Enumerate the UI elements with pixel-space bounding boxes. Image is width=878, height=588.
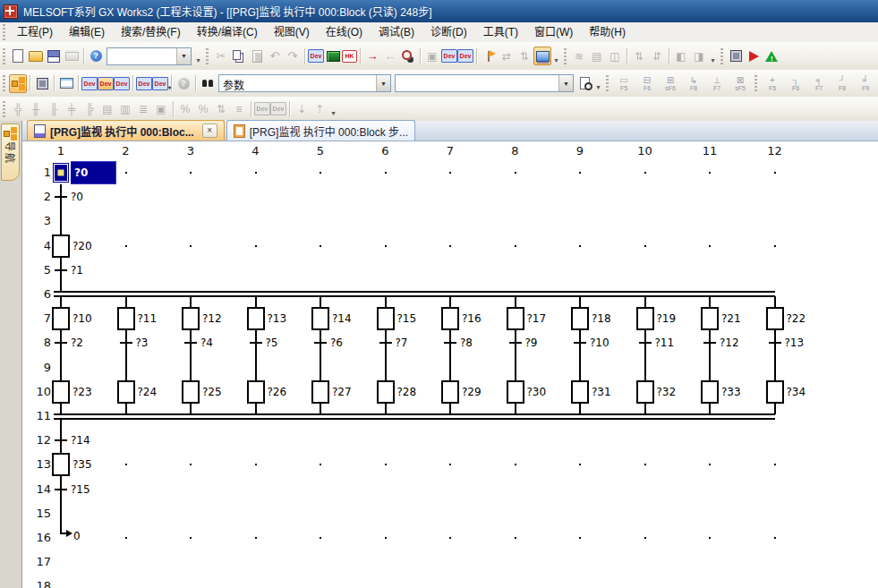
verify-with-plc-button[interactable] [399, 47, 417, 65]
step[interactable] [182, 307, 200, 330]
sfc-step-f5-button[interactable]: ▭F5 [612, 72, 635, 94]
toolbar-overflow-button[interactable]: ▾ [193, 47, 203, 66]
step[interactable] [441, 307, 459, 330]
menu-item-b[interactable]: 调试(B) [371, 22, 422, 42]
transition[interactable] [379, 342, 392, 344]
transition[interactable] [703, 342, 716, 344]
sfc-misc-1-button[interactable]: ⇣ [293, 99, 311, 118]
toolbar-grip[interactable] [3, 75, 5, 91]
step[interactable] [247, 307, 265, 330]
transition[interactable] [250, 342, 262, 344]
sfc-dummy-sf6-button[interactable]: ⊞sF6 [659, 72, 682, 94]
read-from-plc-button[interactable]: ← [381, 47, 399, 65]
find-button[interactable] [199, 74, 217, 93]
toolbar-grip[interactable] [564, 48, 567, 64]
output-window-button[interactable] [57, 74, 75, 93]
active-document-tab[interactable]: [PRG]监视 执行中 000:Bloc...× [27, 120, 225, 141]
step[interactable] [766, 307, 784, 330]
save-project-button[interactable] [45, 47, 63, 65]
module-configuration-button[interactable] [33, 74, 51, 93]
cut-button[interactable]: ✂ [212, 47, 230, 65]
block-left-button[interactable]: ◧ [672, 47, 690, 65]
document-search-button[interactable] [575, 74, 593, 93]
device-comment-button[interactable]: Dev [308, 49, 324, 63]
sfc-edit-2-button[interactable]: ╫ [27, 99, 45, 118]
write-to-plc-button[interactable]: → [363, 47, 381, 65]
step[interactable] [507, 307, 524, 330]
sfc-par-converge-f8-button[interactable]: ┘F8 [831, 72, 854, 94]
close-tab-button[interactable]: × [202, 124, 217, 138]
sfc-par-branch-f7-button[interactable]: ╕F7 [807, 72, 831, 94]
ladder-edit-c-button[interactable]: ◫ [606, 47, 624, 65]
toolbar-overflow-button[interactable]: ▾ [328, 99, 338, 119]
step[interactable] [636, 380, 654, 404]
step[interactable] [377, 307, 395, 330]
sfc-edit-3-button[interactable]: ╟ [45, 99, 63, 118]
step[interactable] [182, 380, 200, 404]
transition[interactable] [120, 342, 132, 344]
copy-button[interactable] [230, 47, 248, 65]
navigation-window-button[interactable] [9, 74, 27, 93]
paste-button[interactable] [248, 47, 266, 65]
toolbar-grip[interactable] [754, 75, 757, 91]
toolbar-overflow-button[interactable]: ▾ [551, 47, 561, 66]
sfc-sel-branch-f5-button[interactable]: +F5 [761, 72, 784, 94]
window-selector-combo[interactable]: ▼ [107, 47, 192, 65]
menu-item-o[interactable]: 在线(O) [318, 22, 371, 42]
sort-up-button[interactable]: ⇅ [630, 47, 648, 65]
device-batch-monitor-button[interactable]: HK [342, 50, 357, 63]
menu-item-e[interactable]: 编辑(E) [61, 22, 113, 42]
sfc-misc-2-button[interactable]: ⇡ [311, 99, 328, 118]
open-project-button[interactable] [27, 47, 45, 65]
sfc-line-f9-button[interactable]: ╛F9 [854, 72, 877, 94]
device-write-button[interactable]: Dev [441, 49, 457, 63]
sfc-dev-1-button[interactable]: Dev [254, 102, 270, 115]
sfc-dev-2-button[interactable]: Dev [270, 102, 286, 115]
monitor-mode-button[interactable] [533, 47, 551, 65]
sfc-edit-8-button[interactable]: ≣ [134, 99, 152, 118]
ladder-edit-b-button[interactable]: ▤ [588, 47, 606, 65]
step[interactable] [507, 380, 524, 404]
initial-step[interactable] [51, 161, 71, 184]
device-memory-button[interactable]: Dev [98, 77, 114, 90]
sfc-convert-2-button[interactable]: % [194, 99, 212, 118]
transition[interactable] [314, 342, 327, 344]
step[interactable] [377, 380, 395, 404]
navigation-panel-tab[interactable]: 导航 [1, 124, 20, 181]
menu-item-c[interactable]: 转换/编译(C) [189, 22, 266, 42]
device-test-button[interactable] [324, 47, 342, 65]
step[interactable] [701, 380, 719, 404]
menu-item-h[interactable]: 帮助(H) [581, 22, 634, 42]
set-flag-button[interactable] [480, 47, 498, 65]
device-reference-button[interactable]: Dev [114, 77, 130, 90]
sfc-edit-1-button[interactable]: ╬ [9, 99, 27, 118]
step[interactable] [117, 380, 135, 404]
step[interactable] [636, 307, 654, 330]
sfc-edit-5-button[interactable]: ╠ [81, 99, 98, 118]
sfc-transition-f7-button[interactable]: ⊥F7 [705, 72, 729, 94]
sfc-convert-4-button[interactable]: ≡ [230, 99, 248, 118]
sort-down-button[interactable]: ⇵ [648, 47, 666, 65]
document-tab[interactable]: [PRG]监视 执行中 000:Block 步... [226, 120, 415, 141]
menu-item-p[interactable]: 工程(P) [9, 22, 61, 42]
dropdown-arrow-icon[interactable]: ▼ [558, 75, 573, 91]
step[interactable] [52, 307, 70, 330]
snapshot-button[interactable]: ▣ [423, 47, 441, 65]
remote-operation-button[interactable]: ⇅ [516, 47, 533, 65]
sfc-end-sf5-button[interactable]: ⊠sF5 [729, 72, 752, 94]
step[interactable] [52, 234, 70, 258]
sfc-edit-9-button[interactable]: ▣ [152, 99, 170, 118]
toolbar-grip[interactable] [606, 75, 609, 91]
dropdown-arrow-icon[interactable]: ▼ [176, 48, 191, 64]
transition[interactable] [55, 269, 67, 271]
toolbar-grip[interactable] [720, 48, 723, 64]
new-project-button[interactable] [9, 47, 27, 65]
transition[interactable] [769, 342, 781, 344]
ladder-edit-a-button[interactable]: ≋ [570, 47, 588, 65]
device-display-dropdown[interactable]: Dev [136, 77, 152, 90]
toolbar-grip[interactable] [3, 101, 5, 117]
device-search-dropdown[interactable]: Dev [152, 77, 168, 90]
step[interactable] [311, 380, 329, 404]
toolbar-grip[interactable] [3, 48, 5, 64]
sfc-jump-f8-button[interactable]: ↳F8 [682, 72, 705, 94]
